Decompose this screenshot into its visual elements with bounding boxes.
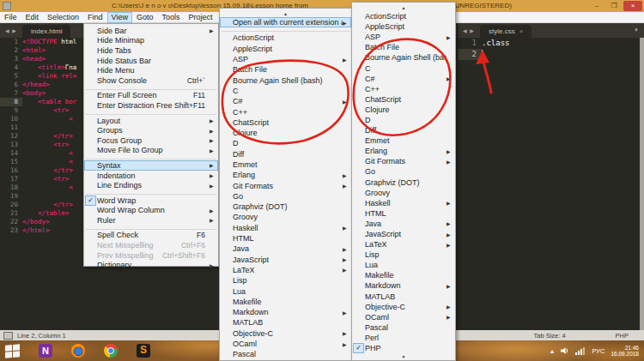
language-indicator[interactable]: РУС	[592, 347, 605, 355]
menu-scroll-up-icon[interactable]: ▲	[220, 10, 351, 17]
start-button-icon[interactable]	[5, 344, 20, 358]
menu-item[interactable]: Word Wrap Column	[84, 206, 218, 216]
menubar-item[interactable]: Selection	[43, 12, 83, 23]
menu-item[interactable]: Dictionary	[84, 260, 218, 270]
menu-item[interactable]: Word Wrap	[84, 196, 218, 206]
menu-item[interactable]: Syntax	[84, 160, 218, 171]
speaker-icon[interactable]	[561, 346, 569, 355]
menu-item[interactable]: JavaScript	[352, 229, 455, 239]
menu-item[interactable]	[86, 226, 216, 230]
menu-item[interactable]: ASP	[220, 54, 351, 64]
menu-item[interactable]: Enter Full Screen F11	[84, 91, 218, 101]
menu-item[interactable]	[86, 111, 216, 115]
menu-item[interactable]: Objective-C	[220, 328, 351, 339]
menu-item[interactable]: Markdown	[352, 280, 455, 291]
code-line[interactable]: 1 .class	[458, 38, 644, 49]
menu-item[interactable]: D	[220, 138, 351, 148]
menu-item[interactable]: D	[352, 115, 455, 125]
menu-item[interactable]: Clojure	[352, 105, 455, 115]
chrome-taskbar-icon[interactable]	[104, 344, 118, 358]
menu-item[interactable]: Diff	[220, 149, 351, 159]
menu-item[interactable]: Batch File	[352, 42, 455, 52]
menu-item[interactable]: OCaml	[220, 339, 351, 349]
menu-item[interactable]: Graphviz (DOT)	[352, 177, 455, 188]
menu-item[interactable]: Clojure	[220, 128, 351, 138]
menubar-item[interactable]: Goto	[132, 12, 158, 23]
menu-item[interactable]: OCaml	[352, 312, 455, 322]
menu-item[interactable]: LaTeX	[352, 239, 455, 250]
menu-item[interactable]: ASP	[352, 32, 455, 42]
menu-item[interactable]: Diff	[352, 125, 455, 135]
menu-item[interactable]: Perl	[352, 333, 455, 343]
menu-item[interactable]: ActionScript	[220, 33, 351, 43]
menu-item[interactable]: Haskell	[352, 198, 455, 208]
menu-item[interactable]: Emmet	[352, 135, 455, 146]
menu-item[interactable]: ActionScript	[352, 11, 455, 21]
sublime-taskbar-icon[interactable]: S	[137, 344, 150, 358]
menu-item[interactable]: Groovy	[220, 212, 351, 222]
menubar-item[interactable]: Project	[184, 12, 216, 23]
menu-item[interactable]: Ruler	[84, 215, 218, 226]
tab-style-css[interactable]: style.css ×	[480, 25, 532, 38]
code-line[interactable]: 2	[458, 49, 644, 60]
menu-item[interactable]: Line Endings	[84, 180, 218, 190]
onenote-taskbar-icon[interactable]: N	[39, 344, 52, 358]
menu-item[interactable]: Git Formats	[352, 156, 455, 166]
menu-item[interactable]	[86, 87, 216, 90]
menu-item[interactable]: Makefile	[220, 297, 351, 307]
menu-item[interactable]: Haskell	[220, 223, 351, 233]
menu-item[interactable]: Markdown	[220, 307, 351, 317]
menu-item[interactable]: HTML	[220, 233, 351, 244]
menu-item[interactable]: Java	[220, 244, 351, 254]
menu-item[interactable]: Enter Distraction Free Mode Shift+F11	[84, 100, 218, 111]
menu-item[interactable]: Spell Check F6	[84, 231, 218, 241]
menu-item[interactable]: Hide Minimap	[84, 36, 218, 46]
menubar-item[interactable]: Edit	[21, 12, 44, 23]
menu-item[interactable]: Erlang	[220, 170, 351, 180]
menu-item[interactable]: C#	[220, 96, 351, 106]
menu-item[interactable]: Focus Group	[84, 135, 218, 146]
menu-item[interactable]: Show Console Ctrl+`	[84, 75, 218, 86]
menu-item[interactable]: C#	[352, 74, 455, 84]
menu-item[interactable]: Bourne Again Shell (bash)	[352, 52, 455, 63]
menu-item[interactable]	[86, 156, 216, 159]
menu-item[interactable]: Layout	[84, 116, 218, 126]
menubar-item[interactable]: File	[0, 12, 21, 23]
menu-item[interactable]: ChatScript	[220, 117, 351, 128]
menu-item[interactable]: Lua	[220, 286, 351, 296]
clock[interactable]: 21:46 16.09.2018	[611, 345, 642, 358]
menubar-item[interactable]: View	[107, 12, 132, 23]
network-signal-icon[interactable]	[575, 346, 586, 355]
menu-item[interactable]: Java	[352, 219, 455, 229]
menu-item[interactable]: Side Bar	[84, 26, 218, 36]
menu-item[interactable]: LaTeX	[220, 265, 351, 275]
syntax-indicator[interactable]: PHP	[616, 332, 629, 340]
menu-item[interactable]: AppleScript	[352, 21, 455, 32]
menu-item[interactable]: Hide Status Bar	[84, 56, 218, 66]
menu-item[interactable]: C	[352, 63, 455, 73]
menu-item[interactable]: MATLAB	[352, 292, 455, 302]
menu-item[interactable]: Next Misspelling Ctrl+F6	[84, 240, 218, 250]
menu-item[interactable]: Bourne Again Shell (bash)	[220, 75, 351, 85]
tab-scroll-chevrons-icon[interactable]: ◀ ▶	[0, 27, 22, 33]
menubar-item[interactable]: Find	[83, 12, 107, 23]
menu-item[interactable]: Graphviz (DOT)	[220, 202, 351, 212]
menu-item[interactable]: Pascal	[220, 349, 351, 359]
menu-item[interactable]: Groups	[84, 125, 218, 135]
menu-item[interactable]: PHP	[352, 343, 455, 353]
menu-item[interactable]: Prev Misspelling Ctrl+Shift+F6	[84, 250, 218, 261]
menu-item[interactable]: Objective-C	[352, 302, 455, 312]
menu-item[interactable]: Lisp	[220, 275, 351, 286]
menu-item[interactable]: HTML	[352, 208, 455, 219]
menubar-item[interactable]: Tools	[157, 12, 184, 23]
code-editor-style-css[interactable]: 1 .class 2	[458, 38, 644, 330]
menu-item[interactable]: ChatScript	[352, 94, 455, 105]
menu-item[interactable]: Indentation	[84, 171, 218, 181]
menu-item[interactable]: Lua	[352, 260, 455, 270]
menu-item[interactable]: Lisp	[352, 250, 455, 260]
vintage-mode-icon[interactable]	[3, 332, 13, 340]
tab-size-indicator[interactable]: Tab Size: 4	[533, 332, 565, 340]
menu-item[interactable]: Go	[352, 166, 455, 177]
menu-item[interactable]: C++	[220, 106, 351, 117]
menu-item[interactable]: Git Formats	[220, 180, 351, 190]
